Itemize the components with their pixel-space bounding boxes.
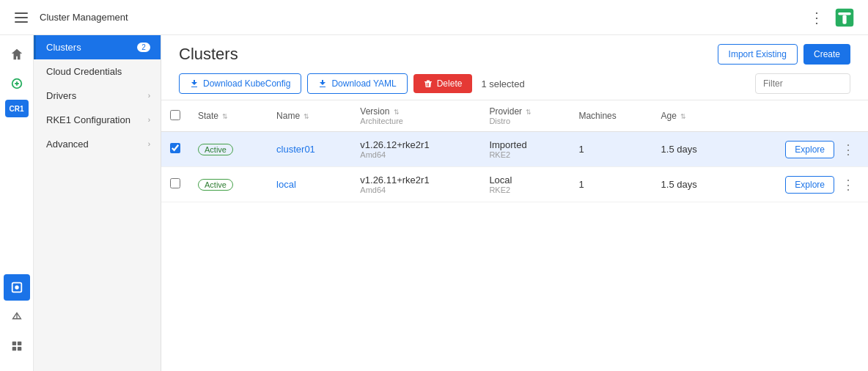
row2-name-link[interactable]: local (276, 179, 296, 190)
svg-rect-7 (17, 342, 21, 345)
delete-button[interactable]: Delete (413, 74, 473, 93)
drivers-chevron-icon: › (148, 92, 150, 100)
filter-input[interactable] (755, 73, 850, 94)
row1-provider-main: Imported (489, 139, 561, 150)
row2-explore-button[interactable]: Explore (785, 176, 834, 194)
row1-state: Active (189, 132, 268, 167)
row2-checkbox[interactable] (170, 178, 180, 188)
table-header-row: State ⇅ Name ⇅ Version ⇅ Architecture (161, 100, 868, 132)
select-all-cell[interactable] (161, 100, 189, 132)
row2-state-badge: Active (198, 179, 233, 191)
row1-provider: Imported RKE2 (480, 132, 570, 167)
row1-version: v1.26.12+rke2r1 Amd64 (351, 132, 480, 167)
clusters-table: State ⇅ Name ⇅ Version ⇅ Architecture (161, 100, 868, 202)
hamburger-menu[interactable] (12, 10, 31, 26)
home-sidebar-icon[interactable] (4, 41, 30, 67)
toolbar: Download KubeConfig Download YAML Delete… (161, 67, 868, 100)
col-state[interactable]: State ⇅ (189, 100, 268, 132)
svg-rect-1 (838, 12, 851, 15)
row2-version-sub: Amd64 (360, 186, 471, 194)
selected-count: 1 selected (481, 78, 524, 89)
download-kubeconfig-icon (190, 79, 199, 88)
cluster-sidebar-icon[interactable] (4, 274, 30, 301)
col-actions (732, 100, 868, 132)
sidebar-item-rke1-label: RKE1 Configuration (46, 114, 130, 125)
row1-provider-sub: RKE2 (489, 150, 561, 159)
topbar-logo (833, 6, 856, 29)
row2-machines: 1 (570, 167, 652, 202)
sidebar-item-clusters-label: Clusters (46, 42, 81, 53)
col-name[interactable]: Name ⇅ (268, 100, 351, 132)
row1-age: 1.5 days (652, 132, 732, 167)
sidebar-item-clusters[interactable]: Clusters 2 (34, 35, 161, 59)
download-kubeconfig-label: Download KubeConfig (203, 78, 290, 89)
nav-sidebar: Clusters 2 Cloud Credentials Drivers › R… (34, 35, 161, 371)
sidebar-item-advanced[interactable]: Advanced › (34, 132, 161, 156)
row1-more-icon[interactable]: ⋮ (837, 140, 859, 159)
row2-checkbox-cell[interactable] (161, 167, 189, 202)
row2-age: 1.5 days (652, 167, 732, 202)
topbar: Cluster Management ⋮ (0, 0, 868, 35)
page-title: Clusters (179, 45, 238, 64)
row1-name-link[interactable]: cluster01 (276, 144, 315, 155)
topbar-more-icon[interactable]: ⋮ (809, 10, 824, 25)
delete-label: Delete (437, 78, 463, 89)
provider-sort-icon: ⇅ (526, 109, 532, 116)
row1-version-main: v1.26.12+rke2r1 (360, 139, 471, 150)
table-container: State ⇅ Name ⇅ Version ⇅ Architecture (161, 100, 868, 371)
create-button[interactable]: Create (803, 44, 850, 65)
advanced-chevron-icon: › (148, 140, 150, 148)
col-age[interactable]: Age ⇅ (652, 100, 732, 132)
download-yaml-label: Download YAML (331, 78, 396, 89)
state-sort-icon: ⇅ (222, 113, 228, 120)
name-sort-icon: ⇅ (304, 113, 309, 120)
topbar-title: Cluster Management (40, 12, 128, 23)
download-yaml-button[interactable]: Download YAML (307, 73, 407, 94)
table-row: Active local v1.26.11+rke2r1 Amd64 Local… (161, 167, 868, 202)
row1-version-sub: Amd64 (360, 150, 471, 159)
rancher-sidebar-icon[interactable] (4, 70, 30, 97)
row1-checkbox-cell[interactable] (161, 132, 189, 167)
row2-state: Active (189, 167, 268, 202)
sidebar-item-cloud-credentials-label: Cloud Credentials (46, 66, 122, 77)
ship-sidebar-icon[interactable] (4, 304, 30, 330)
row1-explore-button[interactable]: Explore (785, 141, 834, 158)
svg-point-5 (15, 285, 18, 289)
row2-provider-sub: RKE2 (489, 186, 561, 194)
svg-rect-2 (842, 15, 846, 23)
col-provider[interactable]: Provider ⇅ Distro (480, 100, 570, 132)
table-row: Active cluster01 v1.26.12+rke2r1 Amd64 I… (161, 132, 868, 167)
row1-name[interactable]: cluster01 (268, 132, 351, 167)
row2-provider: Local RKE2 (480, 167, 570, 202)
cr1-badge[interactable]: CR1 (5, 100, 29, 117)
sidebar-item-drivers[interactable]: Drivers › (34, 84, 161, 108)
row2-actions: Explore ⋮ (732, 167, 868, 202)
svg-rect-9 (17, 347, 21, 350)
svg-rect-6 (12, 342, 15, 345)
col-machines: Machines (570, 100, 652, 132)
row1-actions: Explore ⋮ (732, 132, 868, 167)
rke1-chevron-icon: › (148, 116, 150, 124)
row2-name[interactable]: local (268, 167, 351, 202)
row2-provider-main: Local (489, 175, 561, 186)
sidebar-item-rke1[interactable]: RKE1 Configuration › (34, 108, 161, 132)
import-existing-button[interactable]: Import Existing (718, 44, 798, 65)
icon-sidebar: CR1 (0, 35, 34, 371)
main-layout: CR1 Clusters 2 Cloud Credentials Drivers… (0, 35, 868, 371)
sidebar-item-advanced-label: Advanced (46, 139, 89, 150)
sidebar-item-clusters-badge: 2 (137, 43, 150, 52)
row2-version: v1.26.11+rke2r1 Amd64 (351, 167, 480, 202)
row2-more-icon[interactable]: ⋮ (837, 175, 859, 194)
grid-sidebar-icon[interactable] (4, 333, 30, 359)
delete-icon (424, 79, 433, 88)
row1-checkbox[interactable] (170, 143, 180, 153)
select-all-checkbox[interactable] (170, 110, 180, 120)
row1-machines: 1 (570, 132, 652, 167)
row1-state-badge: Active (198, 144, 233, 155)
download-kubeconfig-button[interactable]: Download KubeConfig (179, 73, 301, 94)
age-sort-icon: ⇅ (680, 113, 686, 120)
sidebar-item-drivers-label: Drivers (46, 90, 76, 101)
col-version[interactable]: Version ⇅ Architecture (351, 100, 480, 132)
row2-version-main: v1.26.11+rke2r1 (360, 175, 471, 186)
sidebar-item-cloud-credentials[interactable]: Cloud Credentials (34, 59, 161, 84)
